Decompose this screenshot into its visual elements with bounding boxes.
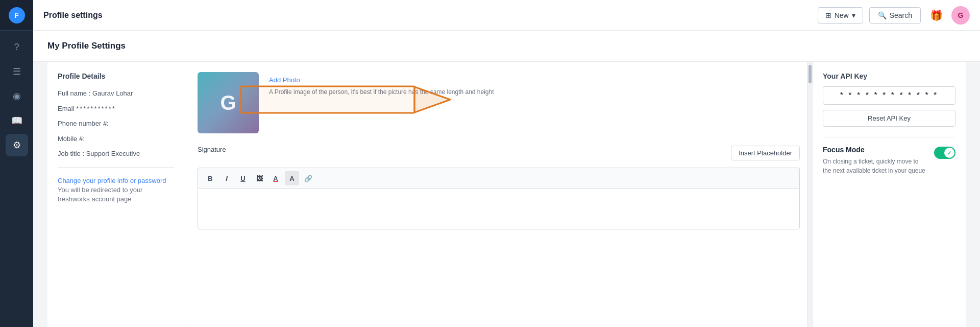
- change-profile-section: Change your profile info or password You…: [58, 176, 175, 203]
- scroll-thumb[interactable]: [808, 65, 812, 83]
- chevron-down-icon: ▾: [852, 11, 855, 19]
- topbar: Profile settings ⊞ New ▾ 🔍 Search 🎁 G: [33, 0, 980, 31]
- api-key-input[interactable]: [823, 86, 955, 105]
- settings-icon: ⚙: [13, 139, 21, 151]
- profile-photo-area: G Add Photo A Profile image of the perso…: [198, 72, 800, 133]
- signature-header-row: Signature Insert Placeholder: [198, 146, 800, 165]
- page-heading: My Profile Settings: [33, 31, 980, 62]
- scroll-track: [807, 62, 812, 327]
- divider: [58, 167, 175, 168]
- sidebar-item-tickets[interactable]: ☰: [6, 60, 28, 83]
- email-masked: ***********: [76, 105, 116, 112]
- profile-avatar: G: [198, 72, 259, 133]
- middle-panel: G Add Photo A Profile image of the perso…: [185, 62, 813, 327]
- focus-mode-section: Focus Mode On closing a ticket, quickly …: [823, 146, 955, 175]
- page-title: Profile settings: [43, 11, 818, 20]
- focus-mode-title: Focus Mode: [823, 146, 928, 154]
- change-profile-desc: You will be redirected to your freshwork…: [58, 186, 142, 203]
- avatar[interactable]: G: [951, 6, 970, 25]
- italic-button[interactable]: I: [219, 171, 234, 185]
- topbar-actions: ⊞ New ▾ 🔍 Search 🎁 G: [818, 6, 970, 25]
- contacts-icon: ◉: [13, 90, 21, 102]
- photo-description: A Profile image of the person, it's best…: [269, 88, 494, 96]
- left-panel: Profile Details Full name : Gaurav Lohar…: [47, 62, 185, 327]
- sidebar-item-contacts[interactable]: ◉: [6, 85, 28, 107]
- sidebar: F ? ☰ ◉ 📖 ⚙: [0, 0, 33, 327]
- page-body: My Profile Settings Profile Details Full…: [33, 31, 980, 327]
- search-button[interactable]: 🔍 Search: [869, 7, 921, 24]
- right-panel: Your API Key Reset API Key Focus Mode On…: [813, 62, 966, 327]
- focus-mode-toggle[interactable]: ✓: [934, 147, 955, 159]
- right-divider: [823, 137, 955, 137]
- help-icon: ?: [14, 42, 19, 53]
- full-name-field: Full name : Gaurav Lohar: [58, 88, 175, 99]
- search-icon: 🔍: [878, 11, 887, 19]
- sidebar-item-help[interactable]: ?: [6, 36, 28, 58]
- insert-placeholder-button[interactable]: Insert Placeholder: [731, 146, 800, 160]
- app-logo: F: [9, 7, 25, 24]
- mobile-field: Mobile #:: [58, 134, 175, 144]
- phone-field: Phone number #:: [58, 119, 175, 129]
- checkmark-icon: ✓: [947, 150, 951, 156]
- new-button[interactable]: ⊞ New ▾: [818, 7, 863, 24]
- sidebar-item-settings[interactable]: ⚙: [6, 134, 28, 156]
- add-photo-link[interactable]: Add Photo: [269, 76, 494, 84]
- api-key-title: Your API Key: [823, 72, 955, 80]
- font-color-button[interactable]: A: [268, 171, 283, 185]
- sidebar-nav: ? ☰ ◉ 📖 ⚙: [6, 31, 28, 327]
- focus-mode-desc: On closing a ticket, quickly move to the…: [823, 157, 928, 175]
- reset-api-key-button[interactable]: Reset API Key: [823, 110, 955, 127]
- underline-button[interactable]: U: [236, 171, 250, 185]
- gift-button[interactable]: 🎁: [927, 6, 945, 25]
- signature-section: Signature Insert Placeholder B I U 🖼 A A…: [198, 146, 800, 229]
- job-title-field: Job title : Support Executive: [58, 149, 175, 159]
- focus-mode-info: Focus Mode On closing a ticket, quickly …: [823, 146, 928, 175]
- toggle-knob: ✓: [944, 148, 954, 158]
- sidebar-item-knowledge[interactable]: 📖: [6, 109, 28, 132]
- link-button[interactable]: 🔗: [301, 171, 315, 185]
- font-highlight-button[interactable]: A: [285, 171, 299, 185]
- knowledge-icon: 📖: [11, 115, 22, 126]
- main-content: Profile settings ⊞ New ▾ 🔍 Search 🎁 G My…: [33, 0, 980, 327]
- signature-toolbar: B I U 🖼 A A 🔗: [198, 168, 800, 189]
- signature-label: Signature: [198, 146, 226, 153]
- photo-info: Add Photo A Profile image of the person,…: [269, 72, 494, 97]
- tickets-icon: ☰: [13, 66, 21, 77]
- change-profile-link[interactable]: Change your profile info or password: [58, 177, 166, 184]
- gift-icon: 🎁: [930, 9, 943, 21]
- sidebar-logo: F: [0, 0, 33, 31]
- plus-icon: ⊞: [825, 11, 831, 19]
- bold-button[interactable]: B: [203, 171, 217, 185]
- my-profile-settings-title: My Profile Settings: [47, 41, 126, 51]
- image-button[interactable]: 🖼: [252, 171, 266, 185]
- signature-editor[interactable]: [198, 189, 800, 229]
- profile-details-title: Profile Details: [58, 72, 175, 80]
- email-field: Email ***********: [58, 104, 175, 114]
- settings-container: Profile Details Full name : Gaurav Lohar…: [47, 62, 966, 327]
